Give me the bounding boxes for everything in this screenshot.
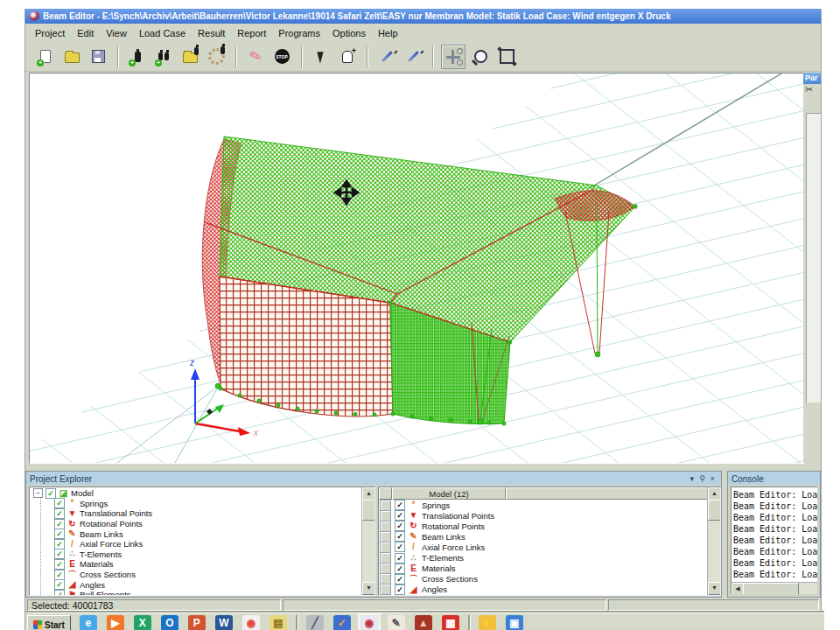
pens-icon[interactable]: ✎ — [387, 615, 406, 630]
internet-explorer-icon[interactable]: e — [79, 615, 98, 630]
tree-item[interactable]: ◢ Angles — [54, 579, 374, 590]
list-item[interactable]: ⌒ Cross Sections — [379, 574, 720, 584]
open-project-button[interactable] — [60, 46, 83, 68]
row-gutter[interactable] — [380, 521, 391, 532]
list-item[interactable]: ✎ Beam Links — [379, 531, 720, 542]
open-load-button[interactable] — [178, 46, 201, 68]
tree-item[interactable]: ▼ Translational Points — [54, 508, 374, 519]
outlook-icon[interactable]: O — [160, 615, 179, 630]
checkbox-checked-icon[interactable] — [395, 500, 405, 510]
chrome-icon[interactable]: ◉ — [242, 615, 261, 630]
row-gutter[interactable] — [380, 510, 391, 522]
project-explorer-titlebar[interactable]: Project Explorer ▾ ⚲ × — [26, 472, 721, 485]
flash-icon[interactable]: ⚡ — [478, 615, 497, 630]
scroll-up-icon[interactable]: ▲ — [708, 487, 721, 500]
list-item[interactable]: / Axial Force Links — [379, 542, 720, 552]
list-scrollbar[interactable]: ▲ ▼ — [707, 487, 720, 595]
checkbox-checked-icon[interactable] — [395, 510, 405, 521]
scroll-thumb[interactable] — [362, 500, 375, 521]
checkbox-checked-icon[interactable] — [54, 519, 65, 529]
tree-item[interactable]: ✎ Beam Links — [54, 528, 374, 539]
mail-app-icon[interactable]: ▣ — [505, 615, 524, 630]
checkbox-checked-icon[interactable] — [54, 570, 65, 580]
checkbox-checked-icon[interactable] — [54, 539, 65, 550]
checkbox-checked-icon[interactable] — [54, 528, 65, 539]
paint-app-icon[interactable]: ▲ — [414, 615, 433, 630]
add-load-button[interactable] — [126, 46, 149, 68]
zoom-view-button[interactable] — [469, 46, 492, 68]
checkbox-checked-icon[interactable] — [395, 553, 405, 564]
close-icon[interactable]: × — [708, 474, 718, 483]
tree-item[interactable]: ⚑ Roll Elements — [54, 590, 374, 596]
grab-hand-button[interactable] — [336, 46, 359, 68]
checkmark-app-icon[interactable]: ✓ — [332, 615, 352, 630]
row-gutter[interactable] — [380, 531, 391, 542]
menu-item[interactable]: Load Case — [133, 27, 192, 39]
scissors-tool-icon[interactable]: ✂ — [803, 84, 821, 95]
console-hscrollbar[interactable]: ◀ — [732, 582, 817, 594]
menu-item[interactable]: Report — [231, 27, 272, 39]
tree-item[interactable]: * Springs — [54, 499, 374, 509]
checkbox-checked-icon[interactable] — [395, 542, 405, 552]
tree-item[interactable]: ∴ T-Elements — [54, 550, 374, 560]
select-cursor-button[interactable] — [310, 46, 332, 68]
list-item[interactable]: * Springs — [379, 500, 720, 510]
scroll-down-icon[interactable]: ▼ — [362, 582, 375, 595]
add-load-group-button[interactable] — [152, 46, 175, 68]
menu-item[interactable]: Options — [326, 27, 372, 39]
schedule-icon[interactable]: ▦ — [441, 615, 460, 630]
pan-view-button[interactable] — [441, 45, 466, 69]
list-item[interactable]: ▼ Translational Points — [379, 510, 720, 521]
checkbox-checked-icon[interactable] — [54, 559, 65, 570]
checkbox-checked-icon[interactable] — [395, 521, 405, 531]
row-gutter[interactable] — [380, 584, 391, 595]
row-gutter[interactable] — [380, 500, 391, 511]
list-item[interactable]: ∴ T-Elements — [379, 552, 720, 563]
menu-item[interactable]: Help — [372, 27, 404, 39]
beam-editor-task-icon[interactable]: ◉ — [360, 615, 379, 630]
checkbox-checked-icon[interactable] — [395, 531, 405, 542]
row-gutter[interactable] — [380, 573, 391, 584]
dropdown-icon[interactable]: ▾ — [688, 474, 697, 483]
tree-item[interactable]: / Axial Force Links — [54, 539, 374, 550]
checkbox-checked-icon[interactable] — [54, 498, 65, 508]
scroll-up-icon[interactable]: ▲ — [362, 487, 375, 500]
tree-item[interactable]: ⌒ Cross Sections — [54, 570, 374, 580]
row-gutter[interactable] — [380, 542, 391, 553]
list-item[interactable]: ↻ Rotational Points — [379, 521, 720, 531]
tool-icon[interactable]: ╱ — [305, 615, 325, 630]
menu-item[interactable]: Programs — [272, 27, 326, 39]
taskbar-button[interactable] — [468, 615, 470, 630]
console-body[interactable]: Beam Editor: LoadBeam Editor: LoadBeam E… — [731, 486, 817, 594]
menu-item[interactable]: Project — [29, 27, 71, 39]
parameter-panel[interactable]: Par ✂ — [803, 73, 821, 462]
checkbox-checked-icon[interactable] — [54, 579, 65, 590]
menu-item[interactable]: Result — [192, 27, 231, 39]
list-item[interactable]: ◢ Angles — [379, 584, 720, 595]
row-gutter[interactable] — [380, 563, 391, 574]
menu-item[interactable]: View — [100, 27, 133, 39]
checkbox-checked-icon[interactable] — [46, 488, 56, 499]
media-player-icon[interactable]: ▶ — [106, 615, 125, 630]
console-titlebar[interactable]: Console — [728, 472, 820, 485]
title-bar[interactable]: Beam Editor - E:\Synch\Archiv\Arbeit\Bau… — [25, 9, 821, 24]
checkbox-checked-icon[interactable] — [54, 508, 65, 519]
scroll-thumb[interactable] — [743, 583, 799, 594]
draw-marker-button[interactable]: ✎ — [244, 46, 267, 68]
tree-item[interactable]: ↻ Rotational Points — [54, 519, 374, 529]
list-item[interactable]: E Materials — [379, 564, 720, 574]
tree-item[interactable]: ◪ Model — [33, 488, 374, 499]
stop-button[interactable] — [270, 46, 293, 68]
row-gutter[interactable] — [380, 552, 391, 564]
taskbar-button[interactable] — [296, 615, 298, 630]
checkbox-checked-icon[interactable] — [54, 549, 65, 559]
word-icon[interactable]: W — [214, 615, 234, 630]
checkbox-checked-icon[interactable] — [54, 590, 65, 596]
checkbox-checked-icon[interactable] — [395, 564, 405, 574]
start-button[interactable]: Start — [27, 615, 71, 630]
collapse-icon[interactable] — [33, 488, 43, 498]
pin-icon[interactable]: ⚲ — [696, 474, 708, 483]
checkbox-checked-icon[interactable] — [395, 584, 405, 595]
generate-load-button[interactable] — [205, 46, 228, 68]
new-project-button[interactable] — [34, 46, 57, 68]
